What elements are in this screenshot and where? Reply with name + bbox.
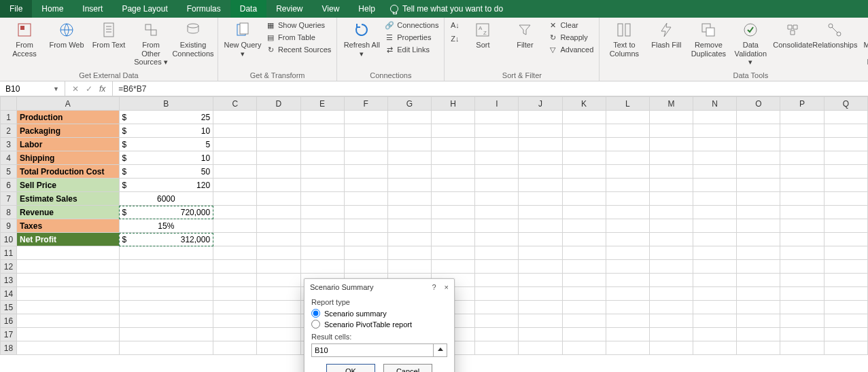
cell-O18[interactable] (737, 341, 780, 355)
cell-O4[interactable] (737, 151, 780, 165)
cell-P1[interactable] (780, 111, 824, 124)
dialog-help-button[interactable]: ? (432, 283, 436, 291)
cell-E7[interactable] (300, 192, 344, 206)
cell-M10[interactable] (649, 233, 693, 246)
cell-C10[interactable] (213, 233, 257, 246)
cell-F4[interactable] (344, 151, 387, 165)
cell-N13[interactable] (693, 274, 737, 287)
cell-I13[interactable] (475, 274, 519, 287)
row-header-17[interactable]: 17 (1, 328, 17, 341)
btn-recent-sources[interactable]: ↻Recent Sources (266, 43, 331, 54)
cell-K17[interactable] (562, 328, 606, 341)
cell-C17[interactable] (213, 328, 257, 341)
cell-A9[interactable]: Taxes (16, 219, 119, 233)
cell-G7[interactable] (387, 192, 431, 206)
row-header-8[interactable]: 8 (1, 206, 17, 219)
col-header-I[interactable]: I (475, 97, 519, 111)
cell-Q16[interactable] (824, 314, 867, 328)
cell-Q17[interactable] (824, 328, 867, 341)
cell-P14[interactable] (780, 287, 824, 301)
col-header-A[interactable]: A (16, 97, 119, 111)
cell-F2[interactable] (344, 124, 387, 138)
cell-P6[interactable] (780, 179, 824, 192)
cell-D10[interactable] (257, 233, 300, 246)
cell-G11[interactable] (387, 246, 431, 260)
cell-D16[interactable] (257, 314, 300, 328)
cell-I7[interactable] (475, 192, 519, 206)
col-header-J[interactable]: J (519, 97, 562, 111)
cell-H1[interactable] (432, 111, 475, 124)
cell-D14[interactable] (257, 287, 300, 301)
cell-O13[interactable] (737, 274, 780, 287)
row-header-13[interactable]: 13 (1, 274, 17, 287)
cell-F6[interactable] (344, 179, 387, 192)
cell-E11[interactable] (300, 246, 344, 260)
cell-C13[interactable] (213, 274, 257, 287)
cell-P11[interactable] (780, 246, 824, 260)
btn-sort[interactable]: AZ Sort (464, 19, 502, 50)
cancel-button[interactable]: Cancel (383, 364, 432, 372)
cell-M1[interactable] (649, 111, 693, 124)
cell-P17[interactable] (780, 328, 824, 341)
col-header-O[interactable]: O (737, 97, 780, 111)
btn-new-query[interactable]: New Query ▾ (224, 19, 262, 58)
cell-J4[interactable] (519, 151, 562, 165)
cell-I16[interactable] (475, 314, 519, 328)
cell-N14[interactable] (693, 287, 737, 301)
cell-H5[interactable] (432, 165, 475, 179)
cell-N9[interactable] (693, 219, 737, 233)
cell-P18[interactable] (780, 341, 824, 355)
cell-O16[interactable] (737, 314, 780, 328)
cell-J12[interactable] (519, 260, 562, 274)
cell-P15[interactable] (780, 301, 824, 314)
cell-B11[interactable] (119, 246, 213, 260)
row-header-16[interactable]: 16 (1, 314, 17, 328)
cell-Q9[interactable] (824, 219, 867, 233)
cell-O2[interactable] (737, 124, 780, 138)
cell-C15[interactable] (213, 301, 257, 314)
cell-D4[interactable] (257, 151, 300, 165)
cell-A11[interactable] (16, 246, 119, 260)
cell-H4[interactable] (432, 151, 475, 165)
btn-filter[interactable]: Filter (506, 19, 544, 50)
cell-J9[interactable] (519, 219, 562, 233)
row-header-11[interactable]: 11 (1, 246, 17, 260)
col-header-M[interactable]: M (649, 97, 693, 111)
cell-A2[interactable]: Packaging (16, 124, 119, 138)
btn-from-web[interactable]: From Web (48, 19, 86, 50)
btn-existing-connections[interactable]: Existing Connections (174, 19, 212, 58)
cell-B14[interactable] (119, 287, 213, 301)
cell-B8[interactable]: $720,000 (119, 206, 213, 219)
cell-Q7[interactable] (824, 192, 867, 206)
cell-N17[interactable] (693, 328, 737, 341)
cell-O12[interactable] (737, 260, 780, 274)
cell-M16[interactable] (649, 314, 693, 328)
cell-L11[interactable] (606, 246, 649, 260)
btn-show-queries[interactable]: ▦Show Queries (266, 19, 331, 30)
cell-L6[interactable] (606, 179, 649, 192)
row-header-9[interactable]: 9 (1, 219, 17, 233)
cell-L14[interactable] (606, 287, 649, 301)
col-header-C[interactable]: C (213, 97, 257, 111)
worksheet-grid[interactable]: A B C D E F G H I J K L M N O P Q 1Produ… (0, 96, 868, 355)
cell-J17[interactable] (519, 328, 562, 341)
cell-Q2[interactable] (824, 124, 867, 138)
row-header-3[interactable]: 3 (1, 138, 17, 151)
cell-C1[interactable] (213, 111, 257, 124)
tab-insert[interactable]: Insert (73, 0, 112, 18)
cell-F3[interactable] (344, 138, 387, 151)
formula-input[interactable]: =B6*B7 (113, 84, 152, 94)
cell-J2[interactable] (519, 124, 562, 138)
cell-E1[interactable] (300, 111, 344, 124)
cell-L17[interactable] (606, 328, 649, 341)
cell-C16[interactable] (213, 314, 257, 328)
cell-N7[interactable] (693, 192, 737, 206)
tell-me-search[interactable]: Tell me what you want to do (390, 4, 503, 14)
cell-L16[interactable] (606, 314, 649, 328)
btn-from-table[interactable]: ▤From Table (266, 31, 331, 42)
cell-M2[interactable] (649, 124, 693, 138)
cell-Q11[interactable] (824, 246, 867, 260)
cell-O8[interactable] (737, 206, 780, 219)
col-header-K[interactable]: K (562, 97, 606, 111)
btn-properties[interactable]: ☰Properties (385, 31, 438, 42)
